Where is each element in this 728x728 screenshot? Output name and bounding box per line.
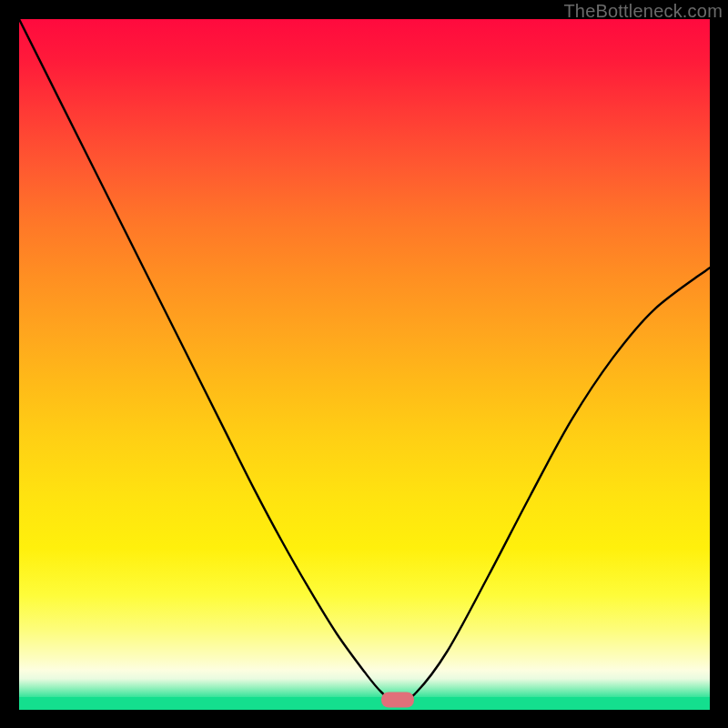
bottleneck-curve — [19, 19, 710, 710]
optimal-marker — [381, 692, 414, 707]
watermark-text: TheBottleneck.com — [563, 1, 723, 22]
chart-frame: TheBottleneck.com — [0, 0, 728, 728]
plot-area — [19, 19, 710, 710]
